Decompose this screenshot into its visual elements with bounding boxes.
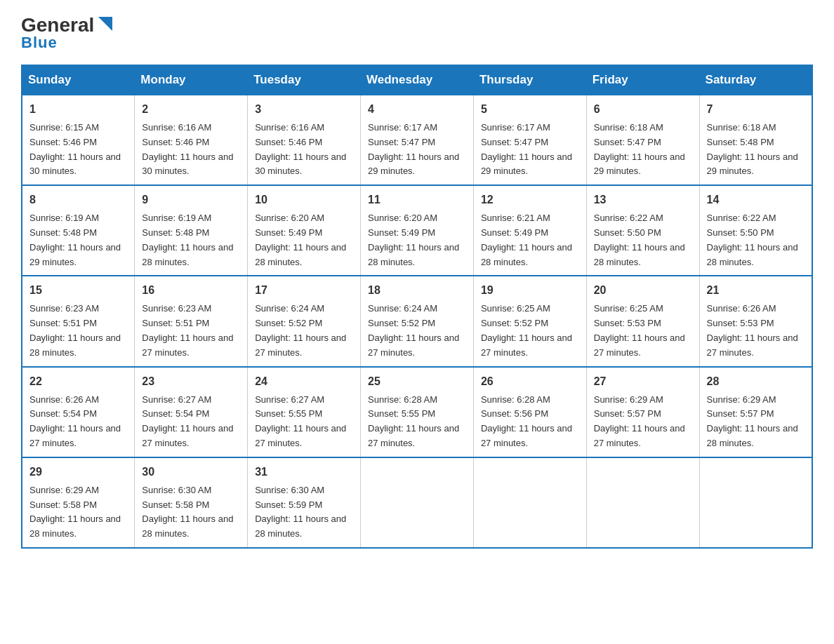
day-info: Sunrise: 6:26 AMSunset: 5:53 PMDaylight:… [707,302,805,360]
day-number: 11 [368,192,466,208]
day-number: 22 [29,373,127,390]
day-number: 16 [142,282,240,299]
calendar-cell: 12Sunrise: 6:21 AMSunset: 5:49 PMDayligh… [473,185,586,276]
day-number: 31 [255,464,353,481]
day-info: Sunrise: 6:18 AMSunset: 5:48 PMDaylight:… [707,121,805,179]
day-info: Sunrise: 6:17 AMSunset: 5:47 PMDaylight:… [481,121,579,179]
calendar-cell [473,457,586,548]
col-header-tuesday: Tuesday [248,65,361,95]
day-number: 23 [142,373,240,390]
header: General Blue [21,14,813,52]
calendar-week-row: 22Sunrise: 6:26 AMSunset: 5:54 PMDayligh… [22,367,812,457]
col-header-sunday: Sunday [22,65,135,95]
calendar-table: SundayMondayTuesdayWednesdayThursdayFrid… [21,65,813,549]
day-info: Sunrise: 6:23 AMSunset: 5:51 PMDaylight:… [142,302,240,360]
day-info: Sunrise: 6:28 AMSunset: 5:56 PMDaylight:… [481,393,579,451]
day-info: Sunrise: 6:29 AMSunset: 5:57 PMDaylight:… [594,393,692,451]
calendar-week-row: 29Sunrise: 6:29 AMSunset: 5:58 PMDayligh… [22,457,812,548]
day-number: 20 [594,282,692,299]
calendar-cell: 21Sunrise: 6:26 AMSunset: 5:53 PMDayligh… [699,276,812,366]
day-info: Sunrise: 6:28 AMSunset: 5:55 PMDaylight:… [368,393,466,451]
day-info: Sunrise: 6:24 AMSunset: 5:52 PMDaylight:… [368,302,466,360]
calendar-cell [586,457,699,548]
day-number: 12 [481,192,579,208]
calendar-cell: 16Sunrise: 6:23 AMSunset: 5:51 PMDayligh… [135,276,248,366]
col-header-thursday: Thursday [473,65,586,95]
calendar-cell: 27Sunrise: 6:29 AMSunset: 5:57 PMDayligh… [586,367,699,457]
calendar-week-row: 15Sunrise: 6:23 AMSunset: 5:51 PMDayligh… [22,276,812,366]
calendar-cell: 7Sunrise: 6:18 AMSunset: 5:48 PMDaylight… [699,95,812,185]
col-header-monday: Monday [135,65,248,95]
day-number: 4 [368,101,466,118]
day-info: Sunrise: 6:15 AMSunset: 5:46 PMDaylight:… [29,121,127,179]
calendar-cell: 30Sunrise: 6:30 AMSunset: 5:58 PMDayligh… [135,457,248,548]
col-header-saturday: Saturday [699,65,812,95]
calendar-cell: 15Sunrise: 6:23 AMSunset: 5:51 PMDayligh… [22,276,135,366]
day-info: Sunrise: 6:19 AMSunset: 5:48 PMDaylight:… [29,211,127,269]
day-info: Sunrise: 6:27 AMSunset: 5:54 PMDaylight:… [142,393,240,451]
calendar-cell: 26Sunrise: 6:28 AMSunset: 5:56 PMDayligh… [473,367,586,457]
calendar-cell: 5Sunrise: 6:17 AMSunset: 5:47 PMDaylight… [473,95,586,185]
calendar-cell: 24Sunrise: 6:27 AMSunset: 5:55 PMDayligh… [248,367,361,457]
logo: General Blue [21,14,115,52]
day-info: Sunrise: 6:20 AMSunset: 5:49 PMDaylight:… [368,211,466,269]
day-number: 29 [29,464,127,481]
day-number: 27 [594,373,692,390]
day-number: 8 [29,192,127,208]
day-info: Sunrise: 6:22 AMSunset: 5:50 PMDaylight:… [707,211,805,269]
day-number: 25 [368,373,466,390]
page: General Blue SundayMondayTuesdayWednesda… [0,0,834,563]
calendar-cell: 3Sunrise: 6:16 AMSunset: 5:46 PMDaylight… [248,95,361,185]
day-number: 7 [707,101,805,118]
calendar-cell: 6Sunrise: 6:18 AMSunset: 5:47 PMDaylight… [586,95,699,185]
day-number: 24 [255,373,353,390]
day-number: 21 [707,282,805,299]
day-number: 3 [255,101,353,118]
col-header-wednesday: Wednesday [361,65,474,95]
day-number: 19 [481,282,579,299]
calendar-week-row: 1Sunrise: 6:15 AMSunset: 5:46 PMDaylight… [22,95,812,185]
day-number: 9 [142,192,240,208]
day-number: 17 [255,282,353,299]
calendar-cell: 10Sunrise: 6:20 AMSunset: 5:49 PMDayligh… [248,185,361,276]
day-number: 1 [29,101,127,118]
calendar-cell: 8Sunrise: 6:19 AMSunset: 5:48 PMDaylight… [22,185,135,276]
calendar-cell [361,457,474,548]
day-info: Sunrise: 6:30 AMSunset: 5:59 PMDaylight:… [255,483,353,542]
logo-triangle-icon [95,14,115,34]
calendar-cell: 20Sunrise: 6:25 AMSunset: 5:53 PMDayligh… [586,276,699,366]
calendar-cell: 23Sunrise: 6:27 AMSunset: 5:54 PMDayligh… [135,367,248,457]
calendar-cell: 9Sunrise: 6:19 AMSunset: 5:48 PMDaylight… [135,185,248,276]
calendar-cell: 31Sunrise: 6:30 AMSunset: 5:59 PMDayligh… [248,457,361,548]
day-info: Sunrise: 6:25 AMSunset: 5:52 PMDaylight:… [481,302,579,360]
svg-marker-0 [98,17,112,31]
day-info: Sunrise: 6:18 AMSunset: 5:47 PMDaylight:… [594,121,692,179]
day-info: Sunrise: 6:19 AMSunset: 5:48 PMDaylight:… [142,211,240,269]
calendar-cell: 28Sunrise: 6:29 AMSunset: 5:57 PMDayligh… [699,367,812,457]
calendar-header-row: SundayMondayTuesdayWednesdayThursdayFrid… [22,65,812,95]
day-number: 6 [594,101,692,118]
calendar-cell: 14Sunrise: 6:22 AMSunset: 5:50 PMDayligh… [699,185,812,276]
day-number: 15 [29,282,127,299]
calendar-week-row: 8Sunrise: 6:19 AMSunset: 5:48 PMDaylight… [22,185,812,276]
logo-blue: Blue [21,34,58,52]
day-info: Sunrise: 6:25 AMSunset: 5:53 PMDaylight:… [594,302,692,360]
calendar-cell: 22Sunrise: 6:26 AMSunset: 5:54 PMDayligh… [22,367,135,457]
day-number: 28 [707,373,805,390]
calendar-cell: 18Sunrise: 6:24 AMSunset: 5:52 PMDayligh… [361,276,474,366]
calendar-cell: 11Sunrise: 6:20 AMSunset: 5:49 PMDayligh… [361,185,474,276]
day-number: 10 [255,192,353,208]
day-info: Sunrise: 6:21 AMSunset: 5:49 PMDaylight:… [481,211,579,269]
day-number: 14 [707,192,805,208]
day-number: 18 [368,282,466,299]
day-info: Sunrise: 6:29 AMSunset: 5:58 PMDaylight:… [29,483,127,542]
day-number: 5 [481,101,579,118]
day-number: 13 [594,192,692,208]
day-info: Sunrise: 6:22 AMSunset: 5:50 PMDaylight:… [594,211,692,269]
day-info: Sunrise: 6:16 AMSunset: 5:46 PMDaylight:… [255,121,353,179]
day-info: Sunrise: 6:17 AMSunset: 5:47 PMDaylight:… [368,121,466,179]
day-number: 30 [142,464,240,481]
day-info: Sunrise: 6:26 AMSunset: 5:54 PMDaylight:… [29,393,127,451]
day-info: Sunrise: 6:29 AMSunset: 5:57 PMDaylight:… [707,393,805,451]
calendar-cell: 25Sunrise: 6:28 AMSunset: 5:55 PMDayligh… [361,367,474,457]
